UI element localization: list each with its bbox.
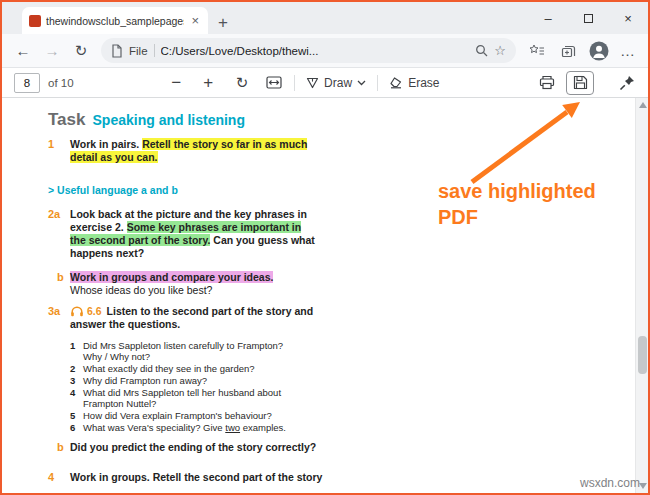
browser-tab[interactable]: thewindowsclub_samplepages.p... ×	[22, 7, 208, 34]
exercise-number: 1	[48, 138, 70, 164]
back-button[interactable]: ←	[14, 43, 32, 58]
text-line: Did you predict the ending of the story …	[70, 441, 316, 454]
highlighted-text-green: the second part of the story.	[70, 234, 210, 246]
text-segment: Work in pairs.	[70, 138, 142, 150]
refresh-button[interactable]: ↻	[72, 43, 90, 58]
scroll-up-icon[interactable]	[639, 102, 647, 108]
url-scheme-label: File	[129, 45, 148, 57]
text-line: happens next?	[70, 247, 315, 260]
question-list: 1Did Mrs Sappleton listen carefully to F…	[70, 340, 313, 433]
page-heading: TaskSpeaking and listening	[48, 110, 614, 130]
highlighted-text-green: Some key phrases are important in	[127, 221, 301, 233]
exercise-body: Work in pairs. Retell the story so far i…	[70, 138, 307, 164]
question-number: 3	[70, 375, 83, 386]
tab-title: thewindowsclub_samplepages.p...	[46, 15, 184, 27]
question-text: How did Vera explain Frampton's behaviou…	[83, 410, 272, 421]
maximize-button[interactable]	[568, 2, 608, 34]
annotation-line: save highlighted	[438, 178, 596, 204]
url-text: C:/Users/Love/Desktop/thewi...	[161, 45, 470, 57]
exercise-number: 4	[48, 471, 70, 484]
highlighted-text-yellow: detail as you can.	[70, 151, 158, 163]
text-line: answer the questions.	[70, 318, 313, 331]
address-separator	[154, 44, 155, 57]
exercise-body: 6.6Listen to the second part of the stor…	[70, 305, 313, 433]
new-tab-button[interactable]: +	[218, 14, 228, 31]
pdf-page: TaskSpeaking and listening 1 Work in pai…	[2, 98, 634, 493]
erase-button[interactable]: Erase	[389, 71, 444, 95]
zoom-search-icon[interactable]	[475, 44, 488, 57]
question-line: Frampton Nuttel?	[83, 398, 156, 409]
question-item: 2What exactly did they see in the garden…	[70, 363, 313, 374]
exercise-number: b	[48, 271, 70, 297]
browser-window: thewindowsclub_samplepages.p... × + – × …	[0, 0, 650, 495]
exercise-number: 2a	[48, 208, 70, 260]
rotate-icon[interactable]: ↻	[233, 71, 251, 95]
profile-avatar[interactable]	[589, 40, 609, 62]
favorites-hub-icon[interactable]	[527, 40, 547, 62]
save-floppy-icon	[573, 75, 588, 90]
print-button[interactable]	[538, 71, 556, 95]
pen-nib-icon	[306, 77, 319, 89]
pdf-toolbar: of 10 − + ↻ Draw Erase	[2, 68, 648, 98]
question-number: 5	[70, 410, 83, 421]
text-line: the second part of the story. Can you gu…	[70, 234, 315, 247]
exercise-1: 1 Work in pairs. Retell the story so far…	[48, 138, 614, 164]
text-line: Look back at the picture and the key phr…	[70, 208, 315, 221]
scroll-down-icon[interactable]	[639, 483, 647, 489]
question-number: 1	[70, 340, 83, 362]
question-number: 6	[70, 422, 83, 433]
fit-to-width-icon[interactable]	[265, 71, 283, 95]
vertical-scrollbar[interactable]	[635, 98, 648, 493]
favorite-star-icon[interactable]: ☆	[494, 43, 506, 58]
question-text: What exactly did they see in the garden?	[83, 363, 255, 374]
question-item: 6What was Vera's speciality? Give two ex…	[70, 422, 313, 433]
highlighted-text-pink: Work in groups and compare your ideas.	[70, 271, 273, 283]
eraser-icon	[389, 76, 403, 89]
annotation-line: PDF	[438, 204, 596, 230]
titlebar: thewindowsclub_samplepages.p... × + – ×	[2, 2, 648, 34]
draw-label: Draw	[324, 76, 352, 90]
pin-toolbar-button[interactable]	[618, 71, 636, 95]
question-text: Did Mrs Sappleton listen carefully to Fr…	[83, 340, 283, 362]
exercise-4: 4 Work in groups. Retell the second part…	[48, 471, 614, 484]
pdf-favicon-icon	[29, 15, 41, 27]
question-text: Why did Frampton run away?	[83, 375, 207, 386]
task-heading: Task	[48, 110, 86, 129]
exercise-body: Look back at the picture and the key phr…	[70, 208, 315, 260]
zoom-in-button[interactable]: +	[199, 71, 217, 95]
text-line: Work in pairs. Retell the story so far i…	[70, 138, 307, 151]
pdf-viewport[interactable]: TaskSpeaking and listening 1 Work in pai…	[2, 98, 648, 493]
question-text: What was Vera's speciality? Give two exa…	[83, 422, 286, 433]
draw-button[interactable]: Draw	[306, 71, 366, 95]
browser-toolbar: ← → ↻ File C:/Users/Love/Desktop/thewi..…	[2, 34, 648, 68]
page-count-label: of 10	[48, 77, 74, 89]
address-bar[interactable]: File C:/Users/Love/Desktop/thewi... ☆	[101, 38, 516, 63]
text-line: Work in groups and compare your ideas.	[70, 271, 273, 284]
question-text: What did Mrs Sappleton tell her husband …	[83, 387, 281, 409]
question-number: 2	[70, 363, 83, 374]
headphones-icon	[70, 305, 84, 317]
text-line: 6.6Listen to the second part of the stor…	[70, 305, 313, 318]
text-line: Work in groups. Retell the second part o…	[70, 471, 322, 484]
zoom-out-button[interactable]: −	[167, 71, 185, 95]
chevron-down-icon	[357, 80, 366, 86]
save-button[interactable]	[566, 71, 594, 95]
forward-button[interactable]: →	[43, 43, 61, 58]
text-segment: exercise 2.	[70, 221, 127, 233]
tab-close-icon[interactable]: ×	[189, 13, 201, 28]
question-number: 4	[70, 387, 83, 409]
minimize-button[interactable]: –	[528, 2, 568, 34]
question-item: 4What did Mrs Sappleton tell her husband…	[70, 387, 313, 409]
exercise-3b: b Did you predict the ending of the stor…	[48, 441, 614, 454]
pin-icon	[619, 75, 635, 91]
text-line: detail as you can.	[70, 151, 307, 164]
page-number-input[interactable]	[14, 73, 40, 93]
underlined-word: two	[225, 422, 240, 433]
close-button[interactable]: ×	[608, 2, 648, 34]
scrollbar-thumb[interactable]	[638, 336, 647, 374]
collections-icon[interactable]	[558, 40, 578, 62]
question-segment: What was Vera's speciality? Give	[83, 422, 225, 433]
question-line: Did Mrs Sappleton listen carefully to Fr…	[83, 340, 283, 351]
browser-menu-icon[interactable]: …	[620, 42, 636, 59]
question-item: 1Did Mrs Sappleton listen carefully to F…	[70, 340, 313, 362]
